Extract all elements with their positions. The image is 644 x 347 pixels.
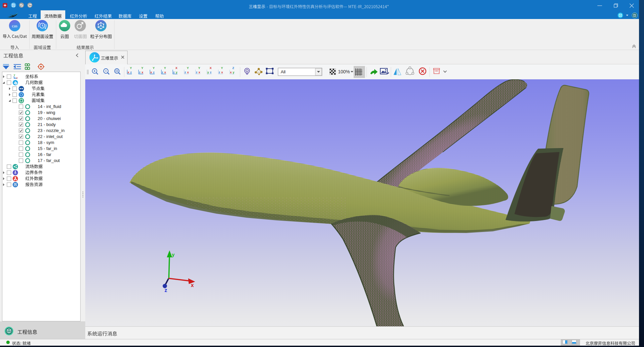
- svg-text:z: z: [162, 71, 163, 74]
- svg-text:z: z: [164, 287, 167, 293]
- svg-text:Y: Y: [164, 66, 166, 70]
- svg-text:Y: Y: [198, 66, 200, 70]
- svg-text:All: All: [281, 69, 286, 74]
- svg-text:z: z: [139, 71, 141, 74]
- svg-text:z: z: [196, 71, 197, 74]
- svg-text:y: y: [233, 71, 234, 74]
- svg-text:Y: Y: [153, 66, 155, 70]
- svg-text:Y: Y: [14, 74, 15, 76]
- svg-text:y: y: [176, 71, 177, 74]
- svg-text:z: z: [153, 71, 155, 74]
- svg-text:x: x: [128, 71, 129, 74]
- svg-text:x: x: [16, 77, 18, 79]
- svg-text:z: z: [14, 77, 16, 79]
- svg-text:Y: Y: [221, 66, 223, 70]
- svg-text:Y: Y: [187, 66, 189, 70]
- svg-text:x: x: [150, 71, 152, 74]
- svg-text:Y: Y: [130, 66, 132, 70]
- svg-text:x: x: [191, 282, 194, 288]
- svg-text:x: x: [187, 71, 189, 74]
- svg-text:x: x: [198, 71, 200, 74]
- svg-text:Y: Y: [141, 66, 143, 70]
- svg-text:x: x: [164, 71, 166, 74]
- svg-text:X: X: [209, 66, 211, 70]
- svg-text:Z: Z: [232, 66, 234, 70]
- svg-text:x: x: [142, 71, 143, 74]
- svg-text:z: z: [130, 71, 132, 74]
- svg-text:z: z: [184, 71, 186, 74]
- svg-text:y: y: [172, 252, 175, 257]
- svg-text:z: z: [210, 71, 211, 74]
- svg-text:cas: cas: [12, 23, 18, 28]
- svg-text:x: x: [230, 71, 232, 74]
- svg-text:X: X: [175, 66, 177, 70]
- svg-text:z: z: [173, 71, 175, 74]
- svg-text:z: z: [219, 71, 220, 74]
- svg-text:100%: 100%: [338, 69, 350, 74]
- svg-text:x: x: [221, 71, 223, 74]
- svg-text:y: y: [207, 71, 209, 74]
